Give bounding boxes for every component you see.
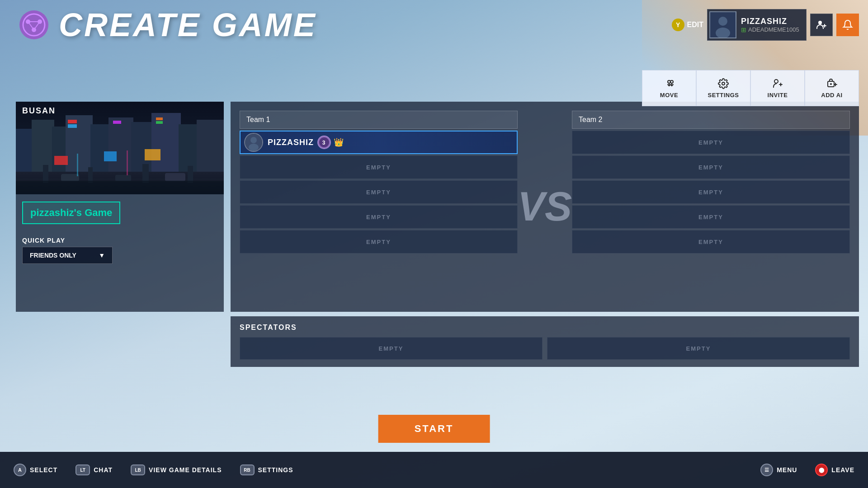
settings-icon [718,78,729,89]
svg-rect-32 [156,121,163,124]
svg-rect-33 [113,121,121,124]
svg-point-17 [830,83,832,85]
quick-play-label: QUICK PLAY [22,237,217,244]
team1-player-slot-3[interactable]: EMPTY [240,180,518,204]
svg-rect-30 [68,124,77,128]
invite-icon [772,78,783,89]
start-button[interactable]: START [378,415,490,443]
menu-label: MENU [777,466,797,474]
team1-player-slot-4[interactable]: EMPTY [240,205,518,229]
view-details-button[interactable]: LB VIEW GAME DETAILS [131,465,222,475]
team1-player-slot-5[interactable]: EMPTY [240,230,518,253]
vs-divider: VS [518,111,572,303]
team2-name-input[interactable] [572,111,850,129]
bottom-settings-button[interactable]: RB SETTINGS [240,465,293,475]
y-button-icon: Y [672,19,684,31]
view-details-label: VIEW GAME DETAILS [149,466,222,474]
team1-player-slot-2[interactable]: EMPTY [240,155,518,179]
svg-rect-47 [127,150,128,175]
add-ai-button[interactable]: ADD AI [805,70,859,106]
svg-point-11 [818,21,822,24]
svg-rect-35 [104,151,117,161]
action-buttons-row: MOVE SETTINGS INVITE ADD AI [642,70,859,106]
empty-label: EMPTY [366,214,391,221]
move-button[interactable]: MOVE [642,70,696,106]
svg-rect-34 [54,156,68,165]
empty-label: EMPTY [366,164,391,171]
level-badge: 3 [317,136,331,149]
edit-button[interactable]: Y EDIT [672,19,703,31]
notification-icon [842,19,853,30]
leave-button-icon: ⬤ [815,464,828,476]
svg-point-15 [774,80,778,83]
page-title: CREATE GAME [59,6,317,43]
spectator-empty-2: EMPTY [686,345,711,352]
team2-player-slot-2[interactable]: EMPTY [572,155,850,179]
mode-dropdown[interactable]: FRIENDS ONLY ▼ [22,247,113,264]
bottom-right-buttons: ☰ MENU ⬤ LEAVE [760,464,854,476]
empty-label: EMPTY [698,139,723,146]
leave-button[interactable]: ⬤ LEAVE [815,464,854,476]
team1-name-input[interactable] [240,111,518,129]
svg-rect-41 [142,164,149,183]
empty-label: EMPTY [366,189,391,196]
player-avatar-svg [245,134,262,151]
player-avatar [244,133,263,152]
select-label: SELECT [30,466,57,474]
edit-label: EDIT [687,21,703,29]
svg-rect-48 [16,181,224,194]
team1-player-slot-1[interactable]: PIZZASHIZ 3 👑 [240,131,518,154]
leave-label: LEAVE [831,466,854,474]
move-icon [664,78,675,89]
bottom-bar: A SELECT LT CHAT LB VIEW GAME DETAILS RB… [0,452,868,488]
overwatch-logo-icon [18,9,50,41]
svg-rect-42 [188,166,193,183]
profile-name: PIZZASHIZ [741,17,799,26]
team2-player-slot-1[interactable]: EMPTY [572,131,850,154]
spectators-title: SPECTATORS [240,324,850,332]
notification-button[interactable] [836,14,859,36]
map-label: BUSAN [22,106,56,116]
team2-player-slot-3[interactable]: EMPTY [572,180,850,204]
svg-rect-39 [43,165,48,183]
game-name-box: pizzashiz's Game [22,202,120,224]
svg-rect-45 [165,173,185,181]
svg-point-50 [250,137,257,143]
settings-label: SETTINGS [708,92,739,99]
xbox-icon: ⊞ [741,26,746,33]
spectator-slot-2[interactable]: EMPTY [547,337,850,360]
lb-button-icon: LB [131,465,145,475]
friends-button[interactable] [810,14,833,36]
menu-button[interactable]: ☰ MENU [760,464,797,476]
profile-info: PIZZASHIZ ⊞ ADEADMEME1005 [741,17,799,33]
svg-rect-46 [77,154,78,176]
move-label: MOVE [660,92,678,99]
add-ai-icon [826,78,837,89]
svg-rect-31 [156,117,163,120]
chat-button[interactable]: LT CHAT [75,465,113,475]
profile-card[interactable]: PIZZASHIZ ⊞ ADEADMEME1005 [707,9,807,41]
logo-area: CREATE GAME [0,6,317,43]
left-panel: BUSAN pizzashiz's Game QUICK PLAY FRIEND… [16,102,224,312]
empty-label: EMPTY [698,164,723,171]
mode-selected: FRIENDS ONLY [30,252,76,259]
invite-button[interactable]: INVITE [750,70,805,106]
team2-column: EMPTY EMPTY EMPTY EMPTY EMPTY [572,111,850,303]
team2-player-slot-5[interactable]: EMPTY [572,230,850,253]
svg-rect-40 [88,167,93,183]
settings-button[interactable]: SETTINGS [696,70,750,106]
select-button[interactable]: A SELECT [14,464,57,476]
profile-gamertag: ⊞ ADEADMEME1005 [741,26,799,33]
team2-player-slot-4[interactable]: EMPTY [572,205,850,229]
svg-text:3: 3 [322,140,326,146]
avatar-image [710,12,736,38]
vs-text: VS [518,183,572,230]
lt-button-icon: LT [75,465,90,475]
add-ai-label: ADD AI [821,92,842,99]
empty-label: EMPTY [698,189,723,196]
rb-button-icon: RB [240,465,255,475]
crown-badge: 👑 [334,137,344,147]
spectator-slot-1[interactable]: EMPTY [240,337,542,360]
svg-point-0 [19,10,48,39]
friends-icon [816,19,827,30]
